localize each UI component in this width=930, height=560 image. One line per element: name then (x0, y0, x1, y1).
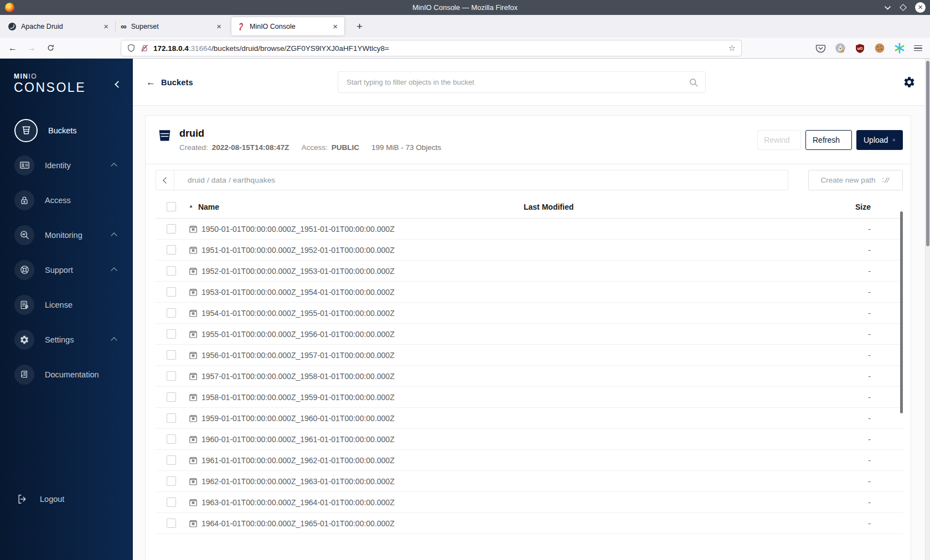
sidebar-item-label: Documentation (45, 370, 133, 379)
privacy-badger-extension-icon[interactable] (835, 43, 846, 54)
cookie-extension-icon[interactable] (874, 43, 885, 54)
tab-close-icon[interactable]: × (101, 22, 111, 31)
object-row[interactable]: 1951-01-01T00:00:00.000Z_1952-01-01T00:0… (156, 240, 903, 261)
window-minimize-icon[interactable] (884, 6, 891, 10)
chevron-up-icon[interactable] (111, 163, 117, 169)
object-row[interactable]: 1954-01-01T00:00:00.000Z_1955-01-01T00:0… (156, 303, 903, 324)
object-row[interactable]: 1959-01-01T00:00:00.000Z_1960-01-01T00:0… (156, 408, 903, 429)
back-to-buckets-link[interactable]: ← Buckets (146, 59, 193, 106)
object-row[interactable]: 1964-01-01T00:00:00.000Z_1965-01-01T00:0… (156, 513, 903, 534)
sidebar-item-label: Monitoring (45, 231, 112, 240)
row-checkbox[interactable] (167, 350, 176, 360)
row-checkbox[interactable] (167, 497, 176, 507)
menu-hamburger-icon[interactable] (914, 45, 922, 51)
window-maximize-icon[interactable] (900, 4, 907, 11)
chevron-up-icon[interactable] (111, 337, 117, 343)
bucket-name: druid (179, 128, 441, 139)
table-scrollbar[interactable] (900, 211, 903, 413)
sidebar-item-label: Support (45, 266, 112, 274)
row-checkbox[interactable] (167, 476, 176, 486)
rewind-button[interactable]: Rewind (757, 130, 801, 150)
page-scrollbar[interactable] (925, 59, 930, 560)
sidebar-item-license[interactable]: License (0, 287, 133, 322)
object-row[interactable]: 1963-01-01T00:00:00.000Z_1964-01-01T00:0… (156, 492, 903, 513)
row-checkbox[interactable] (167, 434, 176, 444)
sidebar-item-documentation[interactable]: Documentation (0, 357, 133, 392)
row-checkbox[interactable] (167, 413, 176, 423)
pocket-extension-icon[interactable] (815, 43, 826, 54)
settings-gear-icon[interactable] (903, 76, 916, 89)
ublock-extension-icon[interactable]: uO (855, 43, 865, 54)
forward-button[interactable]: → (23, 40, 40, 56)
page-scrollbar-thumb[interactable] (926, 61, 929, 246)
sidebar-item-logout[interactable]: Logout (0, 487, 133, 511)
row-checkbox[interactable] (167, 287, 176, 297)
chevron-up-icon[interactable] (111, 232, 117, 238)
sidebar-item-settings[interactable]: Settings (0, 322, 133, 357)
row-checkbox[interactable] (167, 455, 176, 465)
breadcrumb-back-button[interactable] (156, 170, 174, 190)
object-name: 1952-01-01T00:00:00.000Z_1953-01-01T00:0… (202, 267, 395, 276)
object-row[interactable]: 1962-01-01T00:00:00.000Z_1963-01-01T00:0… (156, 471, 903, 492)
object-size: - (817, 351, 903, 360)
chevron-up-icon[interactable] (111, 267, 117, 273)
sidebar-item-monitoring[interactable]: Monitoring (0, 217, 133, 252)
sidebar-item-support[interactable]: Support (0, 252, 133, 287)
select-all-checkbox[interactable] (167, 202, 176, 211)
refresh-button[interactable]: Refresh (805, 130, 852, 150)
object-size: - (817, 246, 903, 255)
search-input[interactable] (338, 78, 689, 86)
object-name: 1963-01-01T00:00:00.000Z_1964-01-01T00:0… (202, 498, 395, 507)
svg-text:uO: uO (857, 46, 863, 50)
object-row[interactable]: 1950-01-01T00:00:00.000Z_1951-01-01T00:0… (156, 219, 903, 240)
new-tab-button[interactable]: + (353, 21, 366, 32)
tab-close-icon[interactable]: × (330, 22, 340, 31)
sidebar-item-buckets[interactable]: Buckets (0, 113, 133, 148)
access-value: PUBLIC (332, 143, 359, 152)
object-size: - (817, 393, 903, 402)
documentation-book-icon (14, 365, 34, 385)
minio-sidebar: MINIO CONSOLE Buckets (0, 59, 133, 560)
row-checkbox[interactable] (167, 266, 176, 276)
upload-icon (892, 136, 896, 144)
object-row[interactable]: 1957-01-01T00:00:00.000Z_1958-01-01T00:0… (156, 366, 903, 387)
row-checkbox[interactable] (167, 392, 176, 402)
row-checkbox[interactable] (167, 371, 176, 381)
sidebar-item-access[interactable]: Access (0, 183, 133, 217)
chevron-left-icon (163, 177, 169, 183)
object-folder-icon (189, 267, 198, 276)
row-checkbox[interactable] (167, 308, 176, 318)
tab-minio-console[interactable]: MinIO Console × (231, 17, 344, 35)
url-port: :31664 (189, 44, 211, 53)
column-header-name[interactable]: ▲ Name (189, 203, 524, 211)
tab-superset[interactable]: ∞ Superset × (115, 17, 228, 35)
url-bar[interactable]: 172.18.0.4:31664/buckets/druid/browse/ZG… (121, 40, 742, 56)
tab-apache-druid[interactable]: Apache Druid × (2, 17, 115, 35)
row-checkbox[interactable] (167, 224, 176, 234)
tracking-shield-icon[interactable] (127, 44, 136, 53)
object-row[interactable]: 1952-01-01T00:00:00.000Z_1953-01-01T00:0… (156, 261, 903, 282)
object-row[interactable]: 1956-01-01T00:00:00.000Z_1957-01-01T00:0… (156, 345, 903, 366)
object-row[interactable]: 1960-01-01T00:00:00.000Z_1961-01-01T00:0… (156, 429, 903, 450)
upload-button[interactable]: Upload (856, 130, 903, 150)
sidebar-item-identity[interactable]: Identity (0, 148, 133, 183)
tab-close-icon[interactable]: × (214, 22, 224, 31)
row-checkbox[interactable] (167, 518, 176, 528)
back-button[interactable]: ← (4, 40, 21, 56)
window-close-icon[interactable]: ✕ (915, 2, 926, 13)
object-row[interactable]: 1961-01-01T00:00:00.000Z_1962-01-01T00:0… (156, 450, 903, 471)
row-checkbox[interactable] (167, 329, 176, 339)
reload-button[interactable] (42, 40, 59, 56)
insecure-lock-icon[interactable] (140, 44, 149, 53)
object-row[interactable]: 1958-01-01T00:00:00.000Z_1959-01-01T00:0… (156, 387, 903, 408)
bookmark-star-icon[interactable]: ☆ (728, 43, 736, 53)
asterisk-extension-icon[interactable] (894, 43, 905, 54)
object-folder-icon (189, 393, 198, 402)
created-value: 2022-08-15T14:08:47Z (212, 143, 290, 152)
create-new-path-button[interactable]: Create new path (808, 170, 903, 190)
object-size: - (817, 435, 903, 444)
object-size: - (817, 288, 903, 297)
row-checkbox[interactable] (167, 245, 176, 255)
object-row[interactable]: 1953-01-01T00:00:00.000Z_1954-01-01T00:0… (156, 282, 903, 303)
object-row[interactable]: 1955-01-01T00:00:00.000Z_1956-01-01T00:0… (156, 324, 903, 345)
